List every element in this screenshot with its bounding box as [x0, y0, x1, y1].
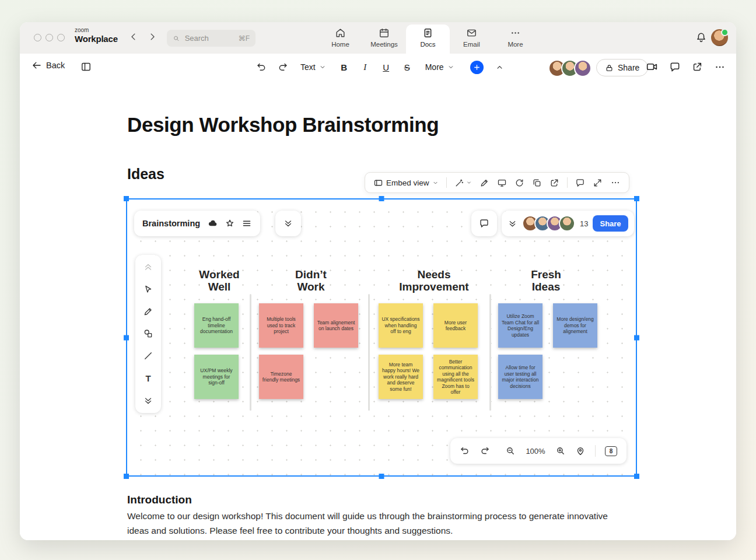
sticky-note[interactable]: Eng hand-off timeline documentation: [194, 303, 239, 348]
doc-share-button[interactable]: Share: [596, 59, 648, 76]
sticky-note[interactable]: More team happy hours! We work really ha…: [379, 355, 423, 399]
doc-collaborator-avatars[interactable]: [548, 60, 592, 77]
sticky-note[interactable]: More design/eng demos for alignement: [553, 303, 597, 348]
board-redo-button[interactable]: [480, 446, 490, 456]
user-avatar[interactable]: [711, 29, 728, 46]
board-collapse-button[interactable]: [275, 211, 301, 236]
sticky-note[interactable]: Timezone friendly meetings: [259, 355, 303, 399]
start-video-button[interactable]: [646, 61, 658, 73]
document-canvas[interactable]: Design Workshop Brainstorming Ideas Embe…: [20, 80, 736, 540]
nav-item-more[interactable]: More: [494, 22, 537, 54]
present-button[interactable]: [497, 178, 507, 188]
star-icon[interactable]: [225, 218, 235, 229]
sticky-note[interactable]: UX specifications when handling off to e…: [379, 303, 423, 348]
magic-wand-dropdown[interactable]: [454, 178, 472, 188]
embed-more-button[interactable]: [610, 177, 621, 188]
document-title[interactable]: Design Workshop Brainstorming: [127, 113, 439, 136]
insert-button[interactable]: [470, 61, 484, 74]
ideas-heading[interactable]: Ideas: [127, 166, 164, 183]
board-column-title[interactable]: Fresh Ideas: [505, 268, 587, 293]
introduction-heading[interactable]: Introduction: [127, 494, 192, 506]
history-back-button[interactable]: [128, 32, 139, 42]
nav-item-home[interactable]: Home: [318, 22, 362, 54]
sidebar-toggle-button[interactable]: [80, 61, 92, 72]
zoom-out-button[interactable]: [505, 446, 516, 456]
search-input[interactable]: [184, 33, 235, 43]
double-chevron-down-icon: [143, 396, 153, 406]
text-style-dropdown[interactable]: Text: [295, 59, 331, 75]
selection-handle[interactable]: [124, 196, 129, 201]
nav-item-meetings[interactable]: Meetings: [362, 22, 406, 54]
frames-button[interactable]: 8: [605, 446, 617, 456]
scroll-down-button[interactable]: [143, 396, 153, 406]
expand-button[interactable]: [593, 178, 603, 188]
text-tool[interactable]: T: [145, 373, 150, 384]
avatar[interactable]: [559, 215, 575, 232]
embed-comment-button[interactable]: [575, 178, 585, 188]
nav-item-email[interactable]: Email: [450, 22, 494, 54]
underline-button[interactable]: U: [378, 62, 394, 72]
history-forward-button[interactable]: [147, 32, 158, 42]
selection-handle[interactable]: [124, 335, 129, 340]
more-options-button[interactable]: [714, 61, 726, 73]
selection-handle[interactable]: [634, 335, 639, 340]
italic-button[interactable]: I: [357, 62, 373, 72]
sticky-note[interactable]: UX/PM weekly meetings for sign-off: [194, 355, 239, 399]
window-button-minimize[interactable]: [46, 34, 53, 41]
selection-handle[interactable]: [379, 196, 384, 201]
selection-handle[interactable]: [124, 474, 129, 479]
sticky-note[interactable]: Better communication using all the magni…: [433, 355, 478, 399]
board-name-pill[interactable]: Brainstorming: [134, 211, 260, 236]
collapse-toolbar-button[interactable]: [495, 63, 504, 72]
undo-button[interactable]: [253, 59, 270, 75]
window-button-close[interactable]: [34, 34, 41, 41]
embed-view-dropdown[interactable]: Embed view: [373, 178, 439, 188]
board-undo-button[interactable]: [460, 446, 470, 456]
window-button-zoom[interactable]: [57, 34, 65, 41]
pen-tool[interactable]: [143, 306, 153, 317]
locate-button[interactable]: [575, 446, 586, 456]
notifications-button[interactable]: [695, 32, 707, 43]
sticky-note[interactable]: Utilize Zoom Team Chat for all Design/En…: [498, 303, 542, 348]
whiteboard-embed[interactable]: Brainstorming 13 S: [126, 198, 637, 477]
more-formatting-dropdown[interactable]: More: [420, 59, 460, 75]
zoom-level[interactable]: 100%: [525, 447, 546, 456]
comments-button[interactable]: [669, 61, 681, 73]
column-separator: [250, 294, 251, 411]
redo-button[interactable]: [274, 59, 290, 75]
board-column-title[interactable]: Worked Well: [178, 268, 260, 293]
duplicate-button[interactable]: [532, 178, 542, 188]
double-chevron-down-icon[interactable]: [508, 219, 517, 229]
sticky-note[interactable]: More user feedback: [433, 303, 478, 348]
nav-item-docs[interactable]: Docs: [406, 24, 450, 54]
back-button[interactable]: Back: [32, 60, 65, 71]
board-name[interactable]: Brainstorming: [142, 219, 200, 228]
search-shortcut: ⌘F: [239, 34, 250, 43]
zoom-in-button[interactable]: [555, 446, 566, 456]
select-tool[interactable]: [143, 284, 153, 295]
open-external-button[interactable]: [692, 61, 703, 72]
selection-handle[interactable]: [379, 474, 384, 479]
scroll-up-button[interactable]: [143, 262, 153, 272]
sticky-note[interactable]: Multiple tools used to track project: [259, 303, 303, 348]
strikethrough-button[interactable]: S: [399, 62, 415, 72]
selection-handle[interactable]: [634, 196, 639, 201]
board-share-button[interactable]: Share: [593, 215, 628, 232]
selection-handle[interactable]: [634, 474, 639, 479]
search-bar[interactable]: ⌘F: [167, 30, 256, 47]
line-tool[interactable]: [143, 351, 153, 361]
board-column-title[interactable]: Needs Improvement: [382, 268, 487, 293]
board-column-title[interactable]: Didn’t Work: [270, 268, 352, 293]
sticky-note[interactable]: Allow time for user testing all major in…: [498, 355, 542, 399]
sticky-note[interactable]: Team alignement on launch dates: [314, 303, 358, 348]
edit-button[interactable]: [480, 178, 489, 188]
shapes-tool[interactable]: [143, 328, 153, 339]
board-comment-button[interactable]: [471, 211, 497, 236]
open-in-new-button[interactable]: [550, 178, 559, 188]
introduction-paragraph[interactable]: Welcome to our design workshop! This doc…: [127, 509, 610, 538]
menu-icon[interactable]: [242, 218, 252, 229]
avatar[interactable]: [574, 60, 592, 77]
bold-button[interactable]: B: [336, 62, 352, 72]
refresh-button[interactable]: [514, 178, 524, 188]
board-avatars[interactable]: [522, 215, 575, 232]
